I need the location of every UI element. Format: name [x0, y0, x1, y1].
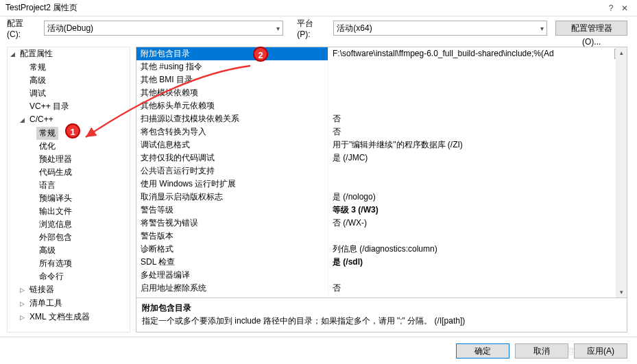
tree-item[interactable]: XML 文档生成器: [27, 311, 93, 324]
property-name: 附加包含目录: [136, 47, 328, 60]
property-value[interactable]: 否: [328, 112, 627, 125]
tree-item[interactable]: 输出文件: [36, 205, 75, 218]
tree-item[interactable]: 高级: [36, 244, 58, 257]
chevron-down-icon: ▾: [274, 25, 280, 32]
property-row[interactable]: 其他模块依赖项: [136, 86, 627, 99]
property-value[interactable]: 是 (/sdl): [328, 256, 627, 269]
property-row[interactable]: 公共语言运行时支持: [136, 165, 627, 178]
property-row[interactable]: 其他 #using 指令: [136, 60, 627, 73]
property-name: 扫描源以查找模块依赖关系: [136, 112, 328, 125]
tree-item[interactable]: 预处理器: [36, 153, 75, 166]
nav-tree[interactable]: ◢配置属性 常规高级调试VC++ 目录 ◢C/C++ 常规优化预处理器代码生成语…: [7, 47, 130, 332]
ok-button[interactable]: 确定: [456, 343, 509, 359]
property-name: 警告版本: [136, 230, 328, 243]
scroll-down-icon[interactable]: ▾: [616, 287, 627, 298]
collapse-icon[interactable]: ◢: [20, 114, 27, 127]
property-row[interactable]: 使用 Windows 运行时扩展: [136, 178, 627, 191]
tree-item[interactable]: 浏览信息: [36, 218, 75, 231]
property-row[interactable]: 诊断格式列信息 (/diagnostics:column): [136, 243, 627, 256]
property-grid[interactable]: 附加包含目录F:\software\install\ffmpeg-6.0_ful…: [136, 47, 627, 298]
property-name: 调试信息格式: [136, 138, 328, 151]
property-row[interactable]: 扫描源以查找模块依赖关系否: [136, 112, 627, 125]
property-name: 启用地址擦除系统: [136, 282, 328, 295]
property-name: 诊断格式: [136, 243, 328, 256]
property-row[interactable]: 多处理器编译: [136, 269, 627, 282]
property-row[interactable]: 取消显示启动版权标志是 (/nologo): [136, 191, 627, 204]
scroll-up-icon[interactable]: ▴: [616, 47, 627, 58]
tree-item[interactable]: 常规: [36, 127, 58, 140]
property-value[interactable]: [328, 86, 627, 99]
window-title: TestProject2 属性页: [5, 2, 604, 14]
desc-title: 附加包含目录: [142, 302, 621, 314]
config-combo[interactable]: 活动(Debug)▾: [44, 21, 284, 36]
property-row[interactable]: 启用地址擦除系统否: [136, 282, 627, 295]
property-row[interactable]: 警告版本: [136, 230, 627, 243]
tree-item[interactable]: 链接器: [27, 283, 57, 296]
property-value[interactable]: 否 (/WX-): [328, 217, 627, 230]
property-name: 公共语言运行时支持: [136, 165, 328, 178]
help-icon[interactable]: ?: [604, 3, 618, 13]
property-row[interactable]: SDL 检查是 (/sdl): [136, 256, 627, 269]
property-row[interactable]: 将警告视为错误否 (/WX-): [136, 217, 627, 230]
property-row[interactable]: 附加包含目录F:\software\install\ffmpeg-6.0_ful…: [136, 47, 627, 60]
property-value[interactable]: [328, 269, 627, 282]
property-value[interactable]: F:\software\install\ffmpeg-6.0_full_buil…: [328, 47, 627, 60]
expand-icon[interactable]: ▷: [20, 311, 27, 324]
property-value[interactable]: [328, 230, 627, 243]
property-value[interactable]: [328, 73, 627, 86]
property-value[interactable]: 否: [328, 125, 627, 138]
tree-item[interactable]: 命令行: [36, 270, 67, 283]
platform-combo[interactable]: 活动(x64)▾: [333, 21, 547, 36]
property-row[interactable]: 将包含转换为导入否: [136, 125, 627, 138]
cancel-button[interactable]: 取消: [515, 343, 568, 359]
property-value[interactable]: 用于"编辑并继续"的程序数据库 (/ZI): [328, 138, 627, 151]
tree-item[interactable]: 常规: [27, 61, 49, 74]
description-panel: 附加包含目录 指定一个或多个要添加到 include 路径中的目录；如果指定多个…: [136, 298, 627, 332]
tree-item[interactable]: 优化: [36, 140, 58, 153]
property-row[interactable]: 调试信息格式用于"编辑并继续"的程序数据库 (/ZI): [136, 138, 627, 151]
apply-button[interactable]: 应用(A): [574, 343, 627, 359]
scrollbar[interactable]: ▴ ▾: [616, 47, 627, 298]
property-name: SDL 检查: [136, 256, 328, 269]
tree-item[interactable]: 代码生成: [36, 166, 75, 179]
tree-item[interactable]: 调试: [27, 87, 49, 100]
property-value[interactable]: 等级 3 (/W3): [328, 204, 627, 217]
tree-item[interactable]: 清单工具: [27, 297, 65, 310]
property-value[interactable]: [328, 99, 627, 112]
property-name: 支持仅我的代码调试: [136, 151, 328, 165]
property-name: 警告等级: [136, 204, 328, 217]
property-value[interactable]: 是 (/nologo): [328, 191, 627, 204]
tree-root[interactable]: 配置属性: [17, 47, 56, 60]
property-value[interactable]: [328, 60, 627, 73]
close-icon[interactable]: ✕: [618, 3, 632, 13]
tree-item[interactable]: 语言: [36, 179, 58, 192]
property-row[interactable]: 警告等级等级 3 (/W3): [136, 204, 627, 217]
property-name: 其他模块依赖项: [136, 86, 328, 99]
property-name: 将包含转换为导入: [136, 125, 328, 138]
expand-icon[interactable]: ▷: [20, 284, 27, 297]
config-manager-button[interactable]: 配置管理器(O)...: [555, 21, 627, 36]
collapse-icon[interactable]: ◢: [10, 48, 17, 61]
property-value[interactable]: 否: [328, 282, 627, 295]
property-row[interactable]: 支持仅我的代码调试是 (/JMC): [136, 151, 627, 165]
tree-item[interactable]: 高级: [27, 74, 49, 87]
tree-item[interactable]: 外部包含: [36, 231, 75, 244]
property-value[interactable]: [328, 165, 627, 178]
property-name: 使用 Windows 运行时扩展: [136, 178, 328, 191]
property-value[interactable]: 是 (/JMC): [328, 151, 627, 165]
tree-item[interactable]: VC++ 目录: [27, 100, 72, 113]
property-row[interactable]: 其他 BMI 目录: [136, 73, 627, 86]
property-name: 将警告视为错误: [136, 217, 328, 230]
tree-item[interactable]: 预编译头: [36, 192, 75, 205]
tree-item[interactable]: 所有选项: [36, 257, 75, 270]
expand-icon[interactable]: ▷: [20, 298, 27, 311]
property-name: 取消显示启动版权标志: [136, 191, 328, 204]
config-label: 配置(C):: [7, 18, 37, 39]
property-value[interactable]: 列信息 (/diagnostics:column): [328, 243, 627, 256]
property-row[interactable]: 其他标头单元依赖项: [136, 99, 627, 112]
property-name: 其他标头单元依赖项: [136, 99, 328, 112]
tree-cpp[interactable]: C/C++: [27, 113, 56, 126]
platform-label: 平台(P):: [297, 18, 326, 39]
property-value[interactable]: [328, 178, 627, 191]
property-name: 多处理器编译: [136, 269, 328, 282]
